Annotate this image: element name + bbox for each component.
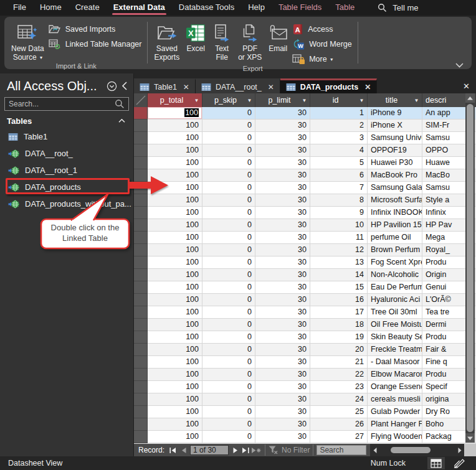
cell-p-skip[interactable]: 0 — [202, 107, 255, 120]
cell-id[interactable]: 23 — [310, 381, 368, 393]
record-search-input[interactable] — [317, 445, 366, 455]
cell-p-skip[interactable]: 0 — [202, 194, 255, 207]
cell-p-skip[interactable]: 0 — [202, 331, 255, 344]
cell-p-total[interactable]: 100 — [148, 232, 202, 244]
cell-id[interactable]: 5 — [310, 157, 368, 169]
cell-p-limit[interactable]: 30 — [255, 319, 310, 331]
cell-p-limit[interactable]: 30 — [255, 157, 310, 169]
cell-title[interactable]: Brown Perfum — [368, 244, 422, 256]
cell-p-total[interactable]: 100 — [148, 169, 202, 182]
nav-item-data-root[interactable]: DATA__root_ — [0, 145, 133, 162]
scroll-left-icon[interactable] — [370, 448, 379, 453]
menu-tab-external-data[interactable]: External Data — [107, 0, 172, 16]
cell-title[interactable]: Freckle Treatm — [368, 344, 422, 356]
cell-p-skip[interactable]: 0 — [202, 406, 255, 418]
column-dropdown-icon[interactable]: ▼ — [300, 98, 308, 103]
cell-p-total[interactable]: 100 — [148, 207, 202, 219]
row-selector[interactable] — [134, 219, 148, 232]
row-selector[interactable] — [134, 207, 148, 219]
cell-id[interactable]: 22 — [310, 369, 368, 381]
cell-p-limit[interactable]: 30 — [255, 381, 310, 393]
cell-p-limit[interactable]: 30 — [255, 418, 310, 431]
column-header-title[interactable]: title▼ — [368, 93, 422, 107]
cell-p-limit[interactable]: 30 — [255, 132, 310, 144]
cell-title[interactable]: iPhone X — [368, 120, 422, 132]
cell-id[interactable]: 9 — [310, 207, 368, 219]
cell-p-limit[interactable]: 30 — [255, 406, 310, 418]
cell-p-total[interactable]: 100 — [148, 269, 202, 281]
cell-p-skip[interactable]: 0 — [202, 120, 255, 132]
row-selector[interactable] — [134, 169, 148, 182]
column-dropdown-icon[interactable]: ▼ — [193, 98, 201, 103]
cell-title[interactable]: Huawei P30 — [368, 157, 422, 169]
cell-title[interactable]: Flying Wooden — [368, 431, 422, 443]
ribbon-text-file-button[interactable]: TextFile — [209, 20, 235, 62]
menu-tab-table[interactable]: Table — [328, 0, 361, 16]
cell-id[interactable]: 18 — [310, 319, 368, 331]
cell-title[interactable]: Elbow Macaron — [368, 369, 422, 381]
cell-p-total[interactable]: 100 — [148, 431, 202, 443]
cell-title[interactable]: MacBook Pro — [368, 169, 422, 182]
document-tab-data-products[interactable]: DATA_products✕ — [280, 78, 377, 93]
cell-p-total[interactable]: 100 — [148, 182, 202, 194]
cell-title[interactable]: Samsung Galax — [368, 182, 422, 194]
cell-p-limit[interactable]: 30 — [255, 169, 310, 182]
cell-p-limit[interactable]: 30 — [255, 194, 310, 207]
cell-title[interactable]: Non-Alcoholic — [368, 269, 422, 281]
cell-id[interactable]: 1 — [310, 107, 368, 120]
cell-p-limit[interactable]: 30 — [255, 107, 310, 120]
row-selector[interactable] — [134, 281, 148, 294]
cell-p-limit[interactable]: 30 — [255, 244, 310, 256]
previous-record-button[interactable] — [178, 448, 189, 453]
cell-title[interactable]: Eau De Perfum — [368, 281, 422, 294]
cell-id[interactable]: 14 — [310, 269, 368, 281]
row-selector[interactable] — [134, 194, 148, 207]
cell-id[interactable]: 17 — [310, 306, 368, 319]
cell-p-total[interactable]: 100 — [148, 381, 202, 393]
cell-p-limit[interactable]: 30 — [255, 256, 310, 269]
nav-item-data-products[interactable]: DATA_products — [0, 179, 133, 195]
row-selector[interactable] — [134, 406, 148, 418]
cell-title[interactable]: Skin Beauty Se — [368, 331, 422, 344]
cell-p-limit[interactable]: 30 — [255, 269, 310, 281]
nav-item-data-products-without-pa[interactable]: DATA_products_without_pa... — [0, 195, 133, 212]
cell-title[interactable]: Samsung Unive — [368, 132, 422, 144]
cell-title[interactable]: - Daal Masoor 5 — [368, 356, 422, 369]
cell-p-skip[interactable]: 0 — [202, 431, 255, 443]
document-tab-table1[interactable]: Table1✕ — [134, 78, 196, 93]
cell-p-total[interactable]: 100 — [148, 194, 202, 207]
cell-p-skip[interactable]: 0 — [202, 319, 255, 331]
column-header-p-skip[interactable]: p_skip▼ — [202, 93, 255, 107]
cell-p-skip[interactable]: 0 — [202, 207, 255, 219]
cell-p-total[interactable]: 100 — [148, 319, 202, 331]
cell-p-limit[interactable]: 30 — [255, 219, 310, 232]
cell-title[interactable]: Tree Oil 30ml — [368, 306, 422, 319]
cell-p-skip[interactable]: 0 — [202, 157, 255, 169]
column-header-p-total[interactable]: p_total▼ — [148, 93, 202, 107]
cell-p-limit[interactable]: 30 — [255, 294, 310, 306]
ribbon-pdf-or-xps-button[interactable]: PDFor XPS — [235, 20, 265, 62]
datasheet-view-icon[interactable] — [427, 457, 445, 469]
row-selector[interactable] — [134, 182, 148, 194]
cell-id[interactable]: 27 — [310, 431, 368, 443]
filter-status-button[interactable]: No Filter — [269, 446, 310, 454]
search-icon[interactable] — [115, 99, 125, 109]
row-selector[interactable] — [134, 294, 148, 306]
cell-id[interactable]: 15 — [310, 281, 368, 294]
menu-tab-database-tools[interactable]: Database Tools — [172, 0, 241, 16]
cell-p-limit[interactable]: 30 — [255, 120, 310, 132]
ribbon-more-button[interactable]: More ▾ — [292, 53, 352, 65]
chevron-up-icon[interactable] — [118, 118, 125, 123]
cell-p-total[interactable]: 100 — [148, 294, 202, 306]
cell-id[interactable]: 2 — [310, 120, 368, 132]
nav-menu-dropdown-icon[interactable] — [107, 81, 117, 92]
row-selector[interactable] — [134, 356, 148, 369]
nav-item-table1[interactable]: Table1 — [0, 128, 133, 145]
scroll-up-icon[interactable] — [465, 93, 475, 103]
new-record-button[interactable] — [251, 448, 262, 453]
cell-p-limit[interactable]: 30 — [255, 232, 310, 244]
cell-p-total[interactable]: 100 — [148, 406, 202, 418]
scroll-right-icon[interactable] — [455, 448, 464, 453]
menu-tab-home[interactable]: Home — [33, 0, 69, 16]
cell-p-total[interactable]: 100 — [148, 393, 202, 406]
